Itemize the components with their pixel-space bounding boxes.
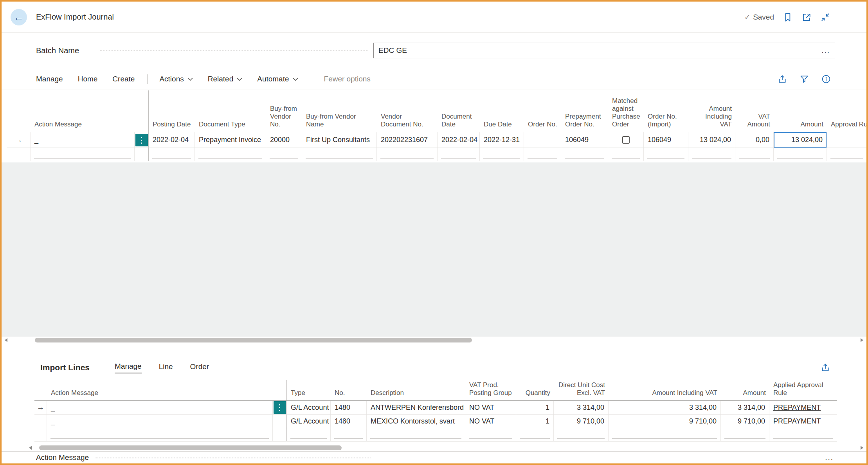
cell-empty[interactable] [195,148,266,161]
cell-vendor-document-no[interactable]: 202202231607 [377,132,438,148]
col-quantity[interactable]: Quantity [516,389,554,400]
tab-order[interactable]: Order [190,362,209,373]
col-matched-against-purchase-order[interactable]: Matched against Purchase Order [608,97,644,132]
cell-action-message[interactable]: _ [31,132,135,148]
col-description[interactable]: Description [367,389,465,400]
batch-name-input[interactable]: EDC GE ... [373,43,835,58]
cell-empty[interactable] [644,148,688,161]
tab-manage[interactable]: Manage [115,362,142,373]
bookmark-icon[interactable] [783,12,793,22]
cell-empty[interactable] [302,148,377,161]
cell-no[interactable]: 1480 [331,401,367,414]
cell-prepayment-order-no[interactable]: 106049 [561,132,608,148]
info-icon[interactable] [821,74,831,84]
share-icon[interactable] [820,362,830,373]
cell-posting-date[interactable]: 2022-02-04 [149,132,195,148]
back-button[interactable]: ← [11,9,27,25]
cell-empty[interactable] [7,148,31,161]
menu-manage[interactable]: Manage [36,75,63,83]
cell-type[interactable]: G/L Account [287,401,331,414]
cell-document-date[interactable]: 2022-02-04 [438,132,480,148]
row-more-options-button[interactable]: ⋮ [135,134,148,146]
cell-empty[interactable] [331,428,367,441]
cell-description[interactable]: ANTWERPEN Konferensbord [367,401,465,414]
cell-vat-prod-posting-group[interactable]: NO VAT [465,415,516,428]
col-type[interactable]: Type [287,389,331,400]
cell-amount-including-vat[interactable]: 3 314,00 [609,401,721,414]
cell-amount[interactable]: 9 710,00 [721,415,769,428]
matched-checkbox[interactable] [622,136,630,144]
cell-empty[interactable] [554,428,609,441]
cell-empty[interactable] [266,148,302,161]
cell-no[interactable]: 1480 [331,415,367,428]
approval-rule-link[interactable]: PREPAYMENT [773,417,821,425]
cell-action-message[interactable]: _ [47,401,273,414]
cell-action-message[interactable]: _ [47,415,273,428]
col-due-date[interactable]: Due Date [480,121,524,132]
approval-rule-link[interactable]: PREPAYMENT [773,404,821,411]
collapse-window-icon[interactable] [820,12,830,22]
cell-direct-unit-cost[interactable]: 9 710,00 [554,415,609,428]
col-buy-from-vendor-no[interactable]: Buy-from Vendor No. [266,105,302,132]
menu-automate[interactable]: Automate [257,75,298,83]
cell-order-no-import[interactable]: 106049 [644,132,688,148]
scroll-left-arrow[interactable] [5,338,7,342]
cell-empty[interactable] [524,148,561,161]
col-buy-from-vendor-name[interactable]: Buy-from Vendor Name [302,113,377,132]
cell-description[interactable]: MEXICO Kontorsstol, svart [367,415,465,428]
cell-buy-from-vendor-name[interactable]: First Up Consultants [302,132,377,148]
cell-empty[interactable] [561,148,608,161]
col-vat-amount[interactable]: VAT Amount [735,113,774,132]
menu-related[interactable]: Related [208,75,243,83]
cell-amount-including-vat[interactable]: 9 710,00 [609,415,721,428]
col-approval-rule[interactable]: Approval Rule [827,121,866,132]
cell-order-no[interactable] [524,132,561,148]
cell-type[interactable]: G/L Account [287,415,331,428]
batch-assist-edit-button[interactable]: ... [821,46,835,55]
col-order-no-import[interactable]: Order No. (Import) [644,113,688,132]
col-prepayment-order-no[interactable]: Prepayment Order No. [561,113,608,132]
col-document-date[interactable]: Document Date [438,113,480,132]
cell-document-type[interactable]: Prepayment Invoice [195,132,266,148]
cell-empty[interactable] [688,148,735,161]
col-no[interactable]: No. [331,389,367,400]
cell-quantity[interactable]: 1 [516,401,554,414]
cell-empty[interactable] [31,148,135,161]
cell-empty[interactable] [609,428,721,441]
cell-amount[interactable]: 3 314,00 [721,401,769,414]
col-posting-date[interactable]: Posting Date [149,121,195,132]
col-order-no[interactable]: Order No. [524,121,561,132]
cell-buy-from-vendor-no[interactable]: 20000 [266,132,302,148]
menu-actions[interactable]: Actions [159,75,193,83]
menu-home[interactable]: Home [78,75,98,83]
cell-empty[interactable] [465,428,516,441]
share-icon[interactable] [777,74,787,84]
cell-empty[interactable] [480,148,524,161]
filter-icon[interactable] [799,74,809,84]
menu-create[interactable]: Create [112,75,135,83]
col-vendor-document-no[interactable]: Vendor Document No. [377,113,438,132]
footer-assist-edit-button[interactable]: ... [825,453,834,462]
cell-due-date[interactable]: 2022-12-31 [480,132,524,148]
open-in-new-window-icon[interactable] [801,12,812,22]
cell-empty[interactable] [149,148,195,161]
scrollbar-thumb[interactable] [35,338,472,342]
col-amount[interactable]: Amount [721,389,769,400]
cell-empty[interactable] [438,148,480,161]
col-document-type[interactable]: Document Type [195,121,266,132]
col-vat-prod-posting-group[interactable]: VAT Prod. Posting Group [465,381,516,400]
cell-amount-including-vat[interactable]: 13 024,00 [688,132,735,148]
cell-direct-unit-cost[interactable]: 3 314,00 [554,401,609,414]
cell-empty[interactable] [287,428,331,441]
cell-amount-selected[interactable]: 13 024,00 [774,132,827,148]
cell-empty[interactable] [377,148,438,161]
cell-empty[interactable] [608,148,644,161]
col-applied-approval-rule[interactable]: Applied Approval Rule [769,381,837,400]
cell-vat-amount[interactable]: 0,00 [735,132,774,148]
col-amount-including-vat[interactable]: Amount Including VAT [609,389,721,400]
col-amount-including-vat[interactable]: Amount Including VAT [688,105,735,132]
scrollbar-thumb[interactable] [39,445,342,450]
col-action-message[interactable]: Action Message [47,389,273,400]
scroll-left-arrow[interactable] [29,446,32,450]
cell-empty[interactable] [367,428,465,441]
